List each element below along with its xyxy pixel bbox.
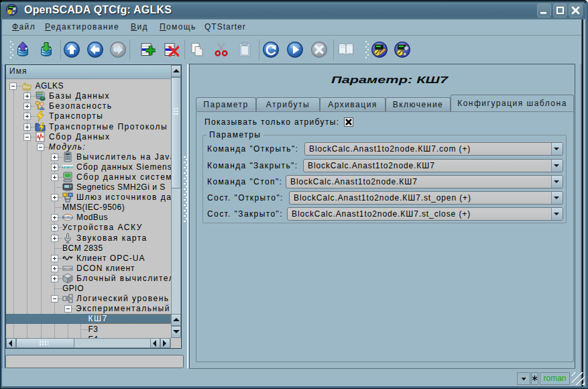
svg-text:SIEMENS: SIEMENS <box>62 166 73 169</box>
svg-text:Modbus: Modbus <box>62 216 73 219</box>
svg-text:DCON: DCON <box>64 267 72 270</box>
